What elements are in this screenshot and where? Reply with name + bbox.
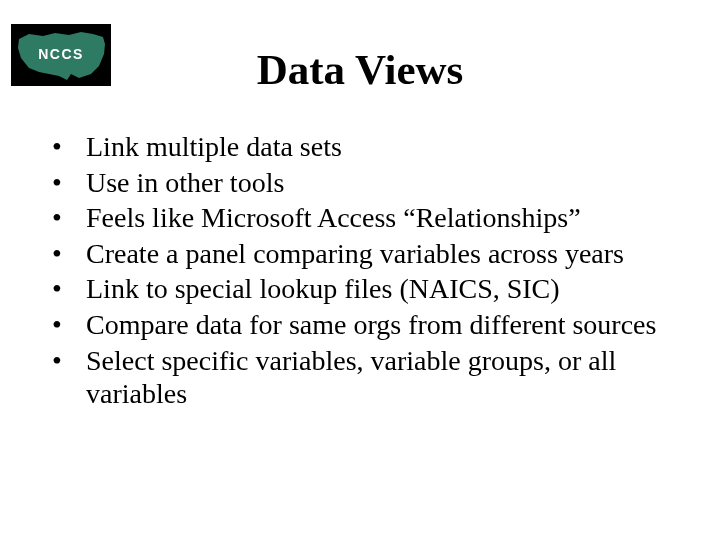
bullet-text: Link to special lookup files (NAICS, SIC… <box>84 272 680 306</box>
list-item: • Link multiple data sets <box>48 130 680 164</box>
bullet-icon: • <box>48 344 84 378</box>
list-item: • Feels like Microsoft Access “Relations… <box>48 201 680 235</box>
bullet-icon: • <box>48 130 84 164</box>
bullet-icon: • <box>48 272 84 306</box>
list-item: • Use in other tools <box>48 166 680 200</box>
bullet-icon: • <box>48 308 84 342</box>
bullet-text: Select specific variables, variable grou… <box>84 344 680 411</box>
bullet-text: Use in other tools <box>84 166 680 200</box>
logo-text: NCCS <box>38 46 84 62</box>
bullet-icon: • <box>48 201 84 235</box>
slide: NCCS Data Views • Link multiple data set… <box>0 0 720 540</box>
bullet-text: Feels like Microsoft Access “Relationshi… <box>84 201 680 235</box>
list-item: • Create a panel comparing variables acr… <box>48 237 680 271</box>
bullet-icon: • <box>48 166 84 200</box>
page-title: Data Views <box>0 45 720 94</box>
bullet-text: Create a panel comparing variables acros… <box>84 237 680 271</box>
bullet-list: • Link multiple data sets • Use in other… <box>48 130 680 413</box>
bullet-icon: • <box>48 237 84 271</box>
bullet-text: Compare data for same orgs from differen… <box>84 308 680 342</box>
list-item: • Select specific variables, variable gr… <box>48 344 680 411</box>
list-item: • Compare data for same orgs from differ… <box>48 308 680 342</box>
bullet-text: Link multiple data sets <box>84 130 680 164</box>
list-item: • Link to special lookup files (NAICS, S… <box>48 272 680 306</box>
